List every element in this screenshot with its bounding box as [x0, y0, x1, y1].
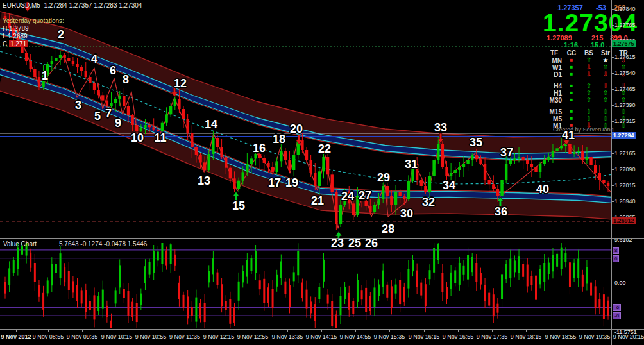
- pivot-number-16: 16: [253, 142, 266, 155]
- pivot-number-41: 41: [562, 129, 575, 142]
- value-bar: [131, 298, 133, 321]
- value-bar: [89, 295, 91, 316]
- value-bar: [64, 263, 65, 286]
- price-tick-label: 1.27540: [614, 70, 636, 76]
- value-bar: [603, 287, 605, 326]
- pivot-number-34: 34: [443, 179, 455, 192]
- pivot-number-19: 19: [285, 176, 298, 190]
- price-marker-box: 1.27294: [612, 132, 636, 139]
- d1-cc-square-icon: ■: [570, 71, 573, 78]
- candle: [309, 155, 312, 177]
- value-level-box: -8: [613, 312, 621, 319]
- value-bar: [395, 279, 397, 299]
- value-bar: [149, 259, 151, 278]
- value-bar: [13, 257, 15, 276]
- value-bar: [47, 277, 49, 296]
- value-bar: [446, 282, 448, 304]
- quote-time-value: 1:16: [564, 41, 578, 49]
- pivot-number-17: 17: [268, 176, 281, 190]
- yesterday-close: C 1.271: [3, 40, 28, 47]
- m5-bs-up-icon: ⇧: [586, 115, 591, 122]
- value-bar: [250, 255, 252, 274]
- pivot-number-31: 31: [405, 158, 418, 171]
- candle: [288, 151, 291, 172]
- value-scale-zero: 0.00: [614, 280, 626, 286]
- value-bar: [233, 303, 235, 326]
- time-tick-mark: [595, 330, 595, 332]
- candle: [292, 150, 295, 176]
- value-bar: [140, 289, 142, 310]
- value-bar: [195, 290, 197, 328]
- candle: [67, 52, 70, 63]
- time-label: 9 Nov 11:35: [169, 333, 200, 340]
- pivot-number-3: 3: [75, 99, 81, 112]
- candle: [458, 162, 461, 177]
- pivot-number-15: 15: [232, 199, 245, 213]
- time-tick-mark: [253, 330, 253, 332]
- pivot-number-11: 11: [154, 131, 166, 145]
- price-tick-label: 1.26940: [614, 198, 636, 205]
- time-tick-mark: [561, 330, 561, 332]
- value-bar: [348, 286, 350, 317]
- time-tick-mark: [185, 330, 185, 332]
- yesterday-high: H 1.2789: [3, 25, 29, 32]
- value-bar: [327, 289, 329, 310]
- yesterday-high-label: H: [3, 25, 7, 32]
- value-bar: [170, 243, 172, 273]
- pivot-number-20: 20: [290, 122, 303, 136]
- value-bar: [509, 250, 511, 287]
- candle: [322, 152, 325, 178]
- value-bar: [403, 283, 405, 306]
- value-bar: [225, 295, 227, 316]
- value-plot-layer: [0, 243, 622, 328]
- value-bar: [280, 255, 282, 285]
- m15-tr-up-icon: ⇧: [621, 108, 626, 115]
- signal-row-w1-label: W1: [543, 64, 562, 71]
- time-tick-mark: [389, 330, 390, 332]
- m15-bs-up-icon: ⇧: [586, 108, 591, 115]
- time-label: 9 Nov 08:55: [33, 333, 64, 340]
- value-bar: [429, 264, 431, 285]
- w1-cc-square-icon: ■: [570, 64, 573, 71]
- pivot-number-35: 35: [470, 136, 482, 149]
- candle: [30, 54, 32, 72]
- m30-bs-up-icon: ⇧: [586, 97, 591, 103]
- value-bar: [420, 280, 422, 299]
- candle: [598, 165, 601, 190]
- value-bar: [51, 257, 53, 292]
- value-bar: [310, 296, 312, 318]
- value-bar: [263, 271, 265, 311]
- value-bar: [301, 279, 303, 302]
- value-bar: [488, 290, 490, 309]
- pivot-number-40: 40: [536, 183, 549, 196]
- value-bar: [81, 287, 83, 307]
- time-tick-mark: [151, 330, 151, 332]
- value-bar: [55, 258, 57, 279]
- candle: [492, 175, 495, 191]
- time-label: 9 Nov 17:35: [477, 333, 508, 340]
- value-bar: [259, 274, 261, 295]
- value-bar: [242, 265, 244, 287]
- value-bar: [331, 294, 333, 328]
- d1-str-down-icon: ⇩: [603, 71, 608, 78]
- signal-table-header-tf: TF: [550, 49, 558, 56]
- value-bar: [484, 278, 486, 308]
- panel-separator[interactable]: [0, 238, 644, 239]
- pivot-number-4: 4: [91, 53, 97, 66]
- value-bar: [76, 278, 78, 308]
- value-bar: [501, 267, 503, 307]
- time-label: 9 Nov 10:55: [135, 333, 167, 340]
- value-bar: [552, 248, 554, 278]
- candle: [450, 163, 452, 180]
- signal-row-h1-label: H1: [543, 90, 562, 97]
- value-bar: [335, 310, 337, 328]
- w1-str-up-icon: ⇧: [603, 64, 608, 71]
- price-marker-box: 1.27675: [612, 40, 636, 47]
- value-bar: [475, 254, 477, 291]
- value-bar: [382, 264, 384, 294]
- price-tick-label: 1.27465: [614, 86, 636, 92]
- pivot-number-28: 28: [382, 223, 394, 236]
- value-bar: [187, 290, 189, 324]
- mn-str-star-icon: ★: [603, 57, 609, 63]
- signal-row-d1-label: D1: [543, 71, 562, 78]
